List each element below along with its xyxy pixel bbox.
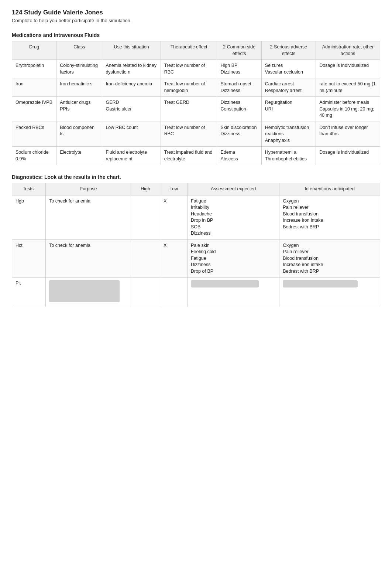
col-common-se: 2 Common side effects (217, 41, 261, 60)
col-admin: Administration rate, other actions (316, 41, 380, 60)
diag-col-high: High (131, 183, 160, 195)
table-row: HctTo check for anemiaXPale skin Feeling… (12, 239, 380, 278)
medications-heading: Medications and Intravenous Fluids (12, 32, 380, 38)
table-row: ErythropoietinColony-stimulating factors… (12, 60, 380, 78)
diagnostics-heading: Diagnostics: Look at the results in the … (12, 174, 380, 180)
page-subtitle: Complete to help you better participate … (12, 18, 380, 23)
diag-col-test: Tests: (12, 183, 46, 195)
col-use: Use this situation (102, 41, 161, 60)
table-row: Sodium chloride 0.9%ElectrolyteFluid and… (12, 147, 380, 165)
table-row: Omeprazole IVPBAntiulcer drugs PPIsGERD … (12, 97, 380, 122)
table-row: IronIron hematinic sIron-deficiency anem… (12, 78, 380, 97)
table-row: Packed RBCsBlood componen tsLow RBC coun… (12, 122, 380, 147)
col-drug: Drug (12, 41, 56, 60)
diag-col-low: Low (160, 183, 187, 195)
table-row: Plt (12, 278, 380, 307)
col-class: Class (56, 41, 102, 60)
col-serious-ae: 2 Serious adverse effects (261, 41, 316, 60)
table-row: HgbTo check for anemiaXFatigue Irritabil… (12, 195, 380, 239)
medications-table: Drug Class Use this situation Therapeuti… (12, 41, 380, 165)
col-therapeutic: Therapeutic effect (161, 41, 217, 60)
page-title: 124 Study Guide Valerie Jones (12, 9, 380, 16)
diagnostics-table: Tests: Purpose High Low Assessment expec… (12, 183, 380, 307)
diag-col-interventions: Interventions anticipated (279, 183, 380, 195)
diag-col-assessment: Assessment expected (187, 183, 279, 195)
diag-col-purpose: Purpose (46, 183, 131, 195)
